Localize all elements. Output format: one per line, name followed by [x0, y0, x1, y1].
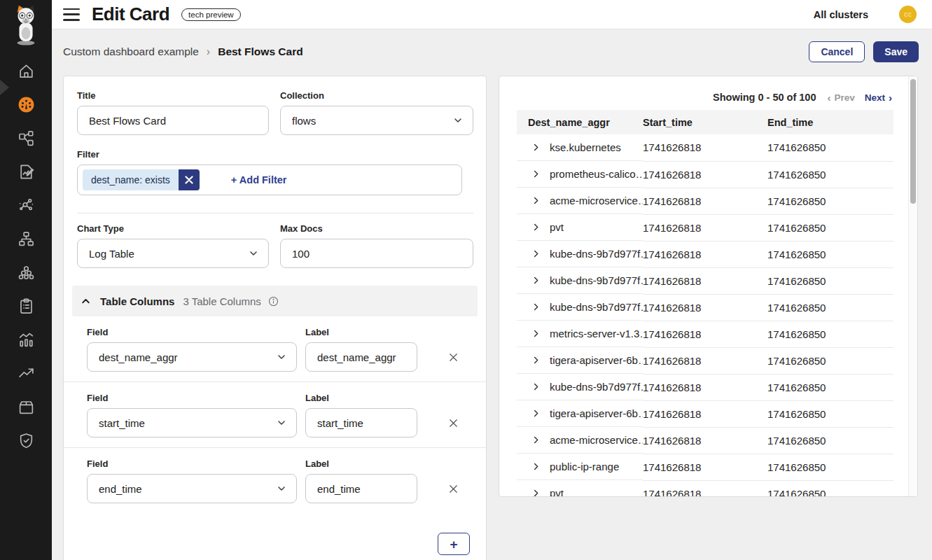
- column-header-dest[interactable]: Dest_name_aggr: [517, 110, 643, 134]
- dashboards-icon[interactable]: [9, 88, 43, 121]
- add-column-button[interactable]: +: [438, 533, 470, 555]
- expand-row-icon[interactable]: [531, 302, 541, 312]
- dest-name-cell: prometheus-calico…: [550, 168, 643, 180]
- dest-name-cell: pvt: [550, 221, 564, 233]
- close-icon: [447, 416, 460, 430]
- security-shield-icon[interactable]: [9, 424, 43, 457]
- logs-icon[interactable]: [9, 155, 43, 188]
- info-icon: [267, 295, 279, 307]
- label-input[interactable]: [305, 342, 417, 372]
- expand-row-icon[interactable]: [531, 435, 541, 445]
- sidebar-fold-decoration: [0, 80, 9, 95]
- dest-name-cell: acme-microservice…: [550, 195, 643, 206]
- field-select[interactable]: end_time: [87, 474, 297, 503]
- chart-type-label: Chart Type: [77, 223, 269, 234]
- remove-column-button[interactable]: [445, 415, 461, 431]
- breadcrumb-current: Best Flows Card: [218, 46, 302, 58]
- flows-table: Dest_name_aggr Start_time End_time kse.k…: [517, 110, 893, 497]
- column-header-end[interactable]: End_time: [767, 110, 893, 134]
- prev-page-button[interactable]: ‹ Prev: [827, 92, 854, 104]
- divider: [77, 213, 473, 214]
- end-time-cell: 1741626850: [767, 294, 893, 321]
- start-time-cell: 1741626818: [643, 374, 767, 400]
- avatar[interactable]: cc: [899, 6, 917, 23]
- expand-row-icon[interactable]: [531, 382, 541, 392]
- chevron-down-icon: [452, 115, 464, 126]
- cluster-selector[interactable]: All clusters: [814, 9, 868, 20]
- chevron-up-icon: [80, 295, 92, 307]
- service-graph-icon[interactable]: [9, 121, 43, 155]
- expand-row-icon[interactable]: [531, 488, 541, 497]
- dest-name-cell: pvt: [550, 487, 564, 497]
- cancel-button[interactable]: Cancel: [809, 41, 865, 62]
- start-time-cell: 1741626818: [643, 427, 767, 454]
- scrollbar-track[interactable]: [908, 76, 917, 496]
- threat-graph-icon[interactable]: [9, 188, 43, 222]
- trend-arrow-icon[interactable]: [9, 356, 43, 390]
- main-content: Custom dashboard example › Best Flows Ca…: [52, 29, 932, 560]
- expand-row-icon[interactable]: [531, 408, 541, 419]
- filter-box: dest_name: exists + Add Filter: [77, 164, 462, 195]
- chevron-down-icon: [276, 351, 287, 363]
- chart-type-select[interactable]: Log Table: [77, 239, 269, 268]
- calico-cat-logo[interactable]: [0, 0, 52, 50]
- end-time-cell: 1741626850: [767, 134, 893, 161]
- label-input[interactable]: [305, 408, 417, 438]
- start-time-cell: 1741626818: [643, 241, 767, 267]
- page-title: Edit Card: [92, 4, 169, 25]
- expand-row-icon[interactable]: [531, 275, 541, 286]
- add-filter-link[interactable]: + Add Filter: [231, 174, 287, 186]
- table-row: pvt 1741626818 1741626850: [517, 480, 893, 497]
- title-input[interactable]: [77, 106, 269, 135]
- field-label: Field: [87, 327, 297, 337]
- table-row: metrics-server-v1.3… 1741626818 17416268…: [517, 321, 893, 347]
- expand-row-icon[interactable]: [531, 142, 541, 153]
- save-button[interactable]: Save: [873, 41, 919, 62]
- column-header-start[interactable]: Start_time: [643, 110, 767, 134]
- field-select[interactable]: dest_name_aggr: [87, 342, 297, 372]
- next-page-button[interactable]: Next ›: [865, 92, 892, 104]
- remove-column-button[interactable]: [445, 349, 461, 365]
- expand-row-icon[interactable]: [531, 195, 541, 206]
- collection-select[interactable]: flows: [280, 106, 473, 135]
- cluster-group-icon[interactable]: [9, 255, 43, 289]
- expand-row-icon[interactable]: [531, 222, 541, 232]
- expand-row-icon[interactable]: [531, 461, 541, 472]
- dest-name-cell: public-ip-range: [550, 461, 619, 472]
- network-topology-icon[interactable]: [9, 222, 43, 255]
- expand-row-icon[interactable]: [531, 328, 541, 339]
- hamburger-menu-icon[interactable]: [63, 8, 80, 21]
- table-header-row: Dest_name_aggr Start_time End_time: [517, 110, 893, 134]
- dest-name-cell: kube-dns-9b7d977f…: [550, 274, 643, 286]
- remove-filter-button[interactable]: [179, 169, 200, 190]
- field-select[interactable]: start_time: [87, 408, 297, 438]
- dest-name-cell: tigera-apiserver-6b…: [550, 354, 643, 366]
- table-row: kube-dns-9b7d977f… 1741626818 1741626850: [517, 294, 893, 321]
- breadcrumb-parent[interactable]: Custom dashboard example: [63, 46, 199, 58]
- dest-name-cell: acme-microservice…: [550, 434, 643, 446]
- statistics-chart-icon[interactable]: [9, 323, 43, 356]
- top-bar: Edit Card tech preview All clusters cc: [52, 0, 932, 29]
- home-icon[interactable]: [9, 54, 43, 88]
- start-time-cell: 1741626818: [643, 267, 767, 294]
- breadcrumb: Custom dashboard example › Best Flows Ca…: [52, 29, 932, 74]
- expand-row-icon[interactable]: [531, 355, 541, 365]
- table-columns-section-header[interactable]: Table Columns 3 Table Columns: [72, 286, 478, 316]
- expand-row-icon[interactable]: [531, 248, 541, 259]
- start-time-cell: 1741626818: [643, 480, 767, 497]
- label-input[interactable]: [305, 474, 417, 503]
- max-docs-input[interactable]: [280, 239, 473, 268]
- preview-table-panel: Showing 0 - 50 of 100 ‹ Prev Next › Dest…: [499, 76, 918, 497]
- start-time-cell: 1741626818: [643, 134, 767, 161]
- table-columns-list: Field Label dest_name_aggr Field Label s…: [64, 316, 486, 513]
- filter-label: Filter: [77, 149, 473, 160]
- compliance-clipboard-icon[interactable]: [9, 289, 43, 323]
- package-box-icon[interactable]: [9, 390, 43, 424]
- end-time-cell: 1741626850: [767, 480, 893, 497]
- start-time-cell: 1741626818: [643, 454, 767, 480]
- showing-text: Showing 0 - 50 of 100: [713, 92, 816, 103]
- tech-preview-badge: tech preview: [181, 8, 241, 21]
- remove-column-button[interactable]: [445, 481, 461, 497]
- scrollbar-thumb[interactable]: [910, 79, 916, 204]
- expand-row-icon[interactable]: [531, 169, 541, 179]
